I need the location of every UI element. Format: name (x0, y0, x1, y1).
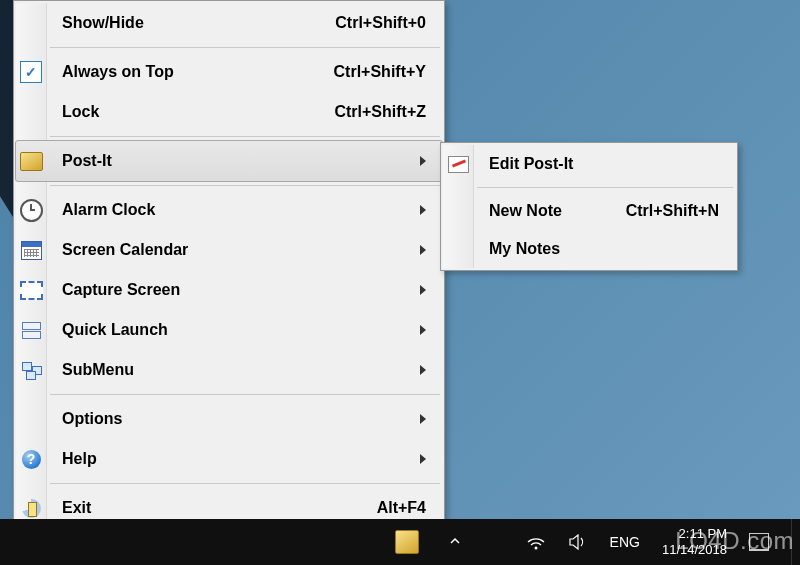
menu-item-label: Quick Launch (46, 321, 402, 339)
submenu-item-edit-post-it[interactable]: Edit Post-It (443, 145, 735, 183)
wifi-icon[interactable] (526, 534, 546, 550)
taskbar-clock[interactable]: 2:11 PM 11/14/2018 (662, 526, 727, 558)
menu-item-label: Screen Calendar (46, 241, 402, 259)
menu-item-label: New Note (473, 202, 606, 220)
quick-launch-icon (16, 322, 46, 339)
menu-item-shortcut: Alt+F4 (357, 499, 426, 517)
menu-separator (50, 47, 440, 48)
tray-overflow-button[interactable] (449, 535, 461, 550)
windows-taskbar: ENG 2:11 PM 11/14/2018 (0, 519, 800, 565)
menu-item-label: Exit (46, 499, 357, 517)
postit-submenu: Edit Post-It New Note Ctrl+Shift+N My No… (440, 142, 738, 271)
menu-separator (50, 394, 440, 395)
menu-item-lock[interactable]: Lock Ctrl+Shift+Z (16, 92, 442, 132)
menu-item-post-it[interactable]: Post-It (15, 140, 443, 182)
submenu-arrow-icon (420, 156, 426, 166)
taskbar-app-icon[interactable] (395, 530, 419, 554)
menu-item-label: Always on Top (46, 63, 314, 81)
menu-item-screen-calendar[interactable]: Screen Calendar (16, 230, 442, 270)
action-center-icon[interactable] (749, 533, 769, 551)
submenu-arrow-icon (420, 414, 426, 424)
alarm-clock-icon (16, 199, 46, 222)
menu-item-always-on-top[interactable]: ✓ Always on Top Ctrl+Shift+Y (16, 52, 442, 92)
menu-item-label: Show/Hide (46, 14, 315, 32)
menu-item-shortcut: Ctrl+Shift+0 (315, 14, 426, 32)
menu-item-label: SubMenu (46, 361, 402, 379)
menu-item-options[interactable]: Options (16, 399, 442, 439)
calendar-icon (16, 241, 46, 260)
submenu-icon (16, 362, 46, 379)
show-desktop-button[interactable] (791, 519, 792, 565)
submenu-item-my-notes[interactable]: My Notes (443, 230, 735, 268)
exit-icon (16, 499, 46, 518)
menu-item-capture-screen[interactable]: Capture Screen (16, 270, 442, 310)
submenu-arrow-icon (420, 205, 426, 215)
submenu-arrow-icon (420, 454, 426, 464)
menu-item-label: Options (46, 410, 402, 428)
capture-icon (16, 281, 46, 300)
menu-item-label: Edit Post-It (473, 155, 719, 173)
menu-item-show-hide[interactable]: Show/Hide Ctrl+Shift+0 (16, 3, 442, 43)
menu-separator (50, 185, 440, 186)
menu-item-label: Post-It (46, 152, 402, 170)
menu-item-alarm-clock[interactable]: Alarm Clock (16, 190, 442, 230)
submenu-item-new-note[interactable]: New Note Ctrl+Shift+N (443, 192, 735, 230)
menu-item-label: Capture Screen (46, 281, 402, 299)
menu-item-shortcut: Ctrl+Shift+Y (314, 63, 426, 81)
menu-item-shortcut: Ctrl+Shift+N (606, 202, 719, 220)
language-indicator[interactable]: ENG (610, 534, 640, 550)
submenu-arrow-icon (420, 325, 426, 335)
menu-separator (50, 483, 440, 484)
menu-item-submenu[interactable]: SubMenu (16, 350, 442, 390)
submenu-arrow-icon (420, 245, 426, 255)
tray-context-menu: Show/Hide Ctrl+Shift+0 ✓ Always on Top C… (13, 0, 445, 531)
menu-item-label: Lock (46, 103, 314, 121)
help-icon: ? (16, 450, 46, 469)
menu-separator (50, 136, 440, 137)
menu-item-label: Alarm Clock (46, 201, 402, 219)
menu-item-shortcut: Ctrl+Shift+Z (314, 103, 426, 121)
menu-item-label: Help (46, 450, 402, 468)
svg-point-0 (534, 547, 537, 550)
submenu-arrow-icon (420, 285, 426, 295)
menu-separator (477, 187, 733, 188)
volume-icon[interactable] (568, 534, 588, 550)
menu-item-quick-launch[interactable]: Quick Launch (16, 310, 442, 350)
menu-item-label: My Notes (473, 240, 719, 258)
postit-icon (16, 152, 46, 171)
submenu-arrow-icon (420, 365, 426, 375)
edit-pencil-icon (443, 156, 473, 173)
taskbar-time: 2:11 PM (662, 526, 727, 542)
menu-item-help[interactable]: ? Help (16, 439, 442, 479)
checkbox-checked-icon: ✓ (16, 61, 46, 83)
taskbar-date: 11/14/2018 (662, 542, 727, 558)
